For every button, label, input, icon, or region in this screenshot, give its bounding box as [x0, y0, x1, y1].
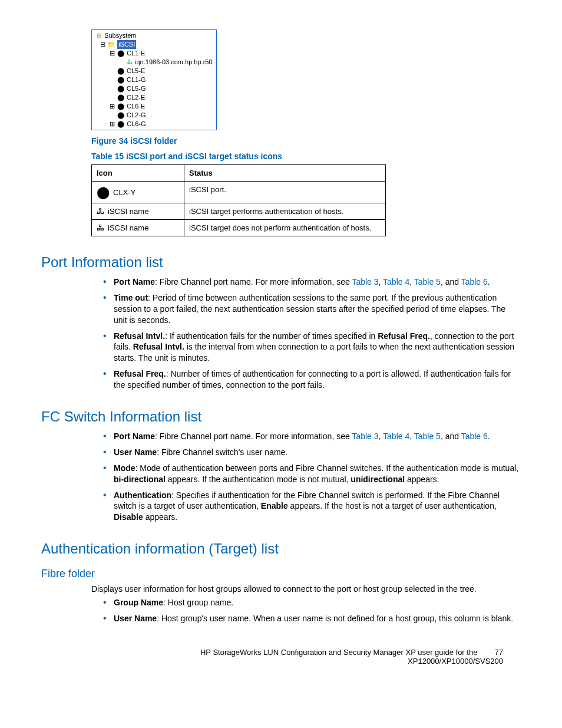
- fc-switch-list: Port Name: Fibre Channel port name. For …: [103, 431, 521, 523]
- footer-line1: HP StorageWorks LUN Configuration and Se…: [200, 648, 477, 657]
- subsection-heading-fibre-folder: Fibre folder: [41, 568, 521, 580]
- status-cell: iSCSI target performs authentication of …: [184, 203, 386, 220]
- section-heading-fc-switch: FC Switch Information list: [41, 409, 521, 425]
- th-status: Status: [184, 165, 386, 182]
- item-label: Time out: [114, 293, 148, 302]
- link-table5[interactable]: Table 5: [414, 277, 441, 286]
- link-table5[interactable]: Table 5: [414, 431, 441, 441]
- list-item: Authentication: Specifies if authenticat…: [103, 490, 521, 523]
- table-row: 🖧 iSCSI name iSCSI target does not perfo…: [92, 220, 386, 236]
- icon-label: CLX-Y: [113, 188, 135, 197]
- list-item: User Name: Host group's user name. When …: [103, 613, 521, 624]
- list-item: Port Name: Fibre Channel port name. For …: [103, 431, 521, 442]
- icon-status-table: Icon Status ⬤ CLX-Y iSCSI port. 🖧 iSCSI …: [91, 164, 386, 236]
- page-footer: HP StorageWorks LUN Configuration and Se…: [41, 648, 521, 666]
- list-item: Refusal Intvl.: If authentication fails …: [103, 331, 521, 364]
- link-table6[interactable]: Table 6: [461, 431, 488, 441]
- list-item: Port Name: Fibre Channel port name. For …: [103, 276, 521, 288]
- item-label: User Name: [114, 447, 157, 457]
- target-noauth-icon: 🖧: [97, 223, 104, 232]
- link-table4[interactable]: Table 4: [383, 277, 409, 286]
- page-number: 77: [480, 648, 503, 657]
- section-heading-port-info: Port Information list: [41, 254, 521, 271]
- item-label: Refusal Intvl.: [114, 331, 165, 341]
- th-icon: Icon: [92, 165, 184, 182]
- figure-caption: Figure 34 iSCSI folder: [91, 136, 521, 146]
- table-row: 🖧 iSCSI name iSCSI target performs authe…: [92, 203, 386, 220]
- list-item: Mode: Mode of authentication between por…: [103, 463, 521, 485]
- item-label: Authentication: [114, 490, 171, 500]
- tree-item: CL2-E: [127, 93, 145, 102]
- item-label: Refusal Freq.: [114, 369, 166, 378]
- footer-line2: XP12000/XP10000/SVS200: [408, 657, 503, 666]
- status-cell: iSCSI port.: [184, 182, 386, 203]
- icon-label: iSCSI name: [108, 207, 148, 216]
- link-table6[interactable]: Table 6: [461, 277, 488, 286]
- list-item: Time out: Period of time between authent…: [103, 292, 521, 326]
- item-label: Port Name: [114, 277, 155, 286]
- tree-root: Subsystem: [104, 31, 136, 40]
- icon-label: iSCSI name: [108, 223, 148, 232]
- tree-item: CL5-G: [127, 84, 146, 93]
- link-table3[interactable]: Table 3: [352, 431, 378, 441]
- list-item: Group Name: Host group name.: [103, 597, 521, 608]
- link-table4[interactable]: Table 4: [383, 431, 409, 441]
- item-label: Port Name: [114, 431, 155, 441]
- document-page: Subsystem ⊟ iSCSI ⊟ CL1-E iqn.1986-03.co…: [0, 0, 562, 689]
- list-item: Refusal Freq.: Number of times of authen…: [103, 368, 521, 391]
- section-heading-auth-target: Authentication information (Target) list: [41, 541, 521, 557]
- auth-target-list: Group Name: Host group name. User Name: …: [103, 597, 521, 624]
- item-label: User Name: [114, 614, 157, 623]
- tree-item: CL5-E: [127, 67, 145, 75]
- target-auth-icon: 🖧: [97, 207, 104, 216]
- tree-folder: iSCSI: [117, 40, 136, 49]
- tree-item: iqn.1986-03.com.hp:hp.r50: [135, 58, 212, 67]
- item-label: Mode: [114, 463, 135, 473]
- tree-item: CL1-G: [127, 75, 146, 84]
- tree-item: CL2-G: [127, 111, 146, 120]
- item-label: Group Name: [114, 598, 163, 607]
- tree-view-screenshot: Subsystem ⊟ iSCSI ⊟ CL1-E iqn.1986-03.co…: [91, 29, 217, 130]
- port-info-list: Port Name: Fibre Channel port name. For …: [103, 276, 521, 391]
- table-row: ⬤ CLX-Y iSCSI port.: [92, 182, 386, 203]
- tree-item: CL6-E: [127, 102, 145, 111]
- link-table3[interactable]: Table 3: [352, 277, 378, 286]
- table-header-row: Icon Status: [92, 165, 386, 182]
- port-icon: ⬤: [97, 185, 110, 199]
- tree-item: CL1-E: [127, 49, 145, 58]
- list-item: User Name: Fibre Channel switch's user n…: [103, 447, 521, 458]
- intro-text: Displays user information for host group…: [91, 584, 521, 595]
- tree-item: CL6-G: [127, 120, 146, 129]
- table-caption: Table 15 iSCSI port and iSCSI target sta…: [91, 151, 521, 161]
- status-cell: iSCSI target does not perform authentica…: [184, 220, 386, 236]
